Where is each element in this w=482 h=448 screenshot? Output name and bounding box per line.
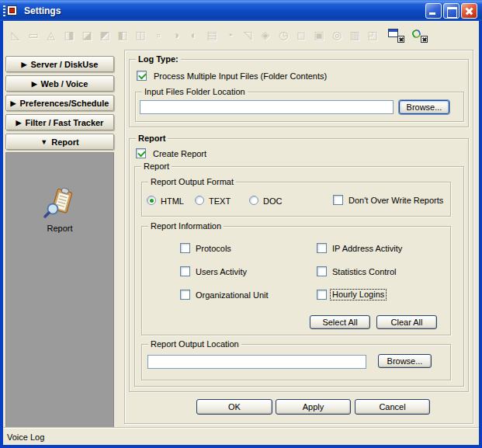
search-ftp-icon: ◫ bbox=[133, 27, 148, 43]
refresh-icon: ◔ bbox=[222, 27, 238, 43]
building-icon: ◰ bbox=[365, 27, 380, 43]
report-group-title: Report bbox=[136, 134, 168, 143]
app-icon bbox=[6, 5, 19, 17]
status-text: Voice Log bbox=[7, 432, 44, 442]
sidebar-item-server-diskuse[interactable]: ▶ Server / DiskUse bbox=[5, 56, 114, 72]
fb-icon: ▫ bbox=[151, 27, 166, 43]
output-location-browse-button[interactable]: Browse... bbox=[378, 354, 432, 368]
chevron-right-icon: ▶ bbox=[22, 61, 27, 68]
monitor-icon: ▭ bbox=[26, 27, 41, 43]
report-shortcut[interactable]: Report bbox=[6, 187, 113, 233]
doc-radio[interactable] bbox=[249, 196, 258, 205]
app-icon-red-square bbox=[9, 8, 15, 13]
bar-chart-icon: ◻ bbox=[293, 27, 309, 43]
minimize-button[interactable] bbox=[425, 3, 442, 19]
report-inner-group-title: Report bbox=[141, 161, 172, 171]
titlebar: Settings bbox=[0, 0, 482, 21]
create-report-checkbox[interactable] bbox=[136, 148, 146, 158]
chevron-right-icon: ▶ bbox=[11, 99, 16, 107]
edit-icon: ◺ bbox=[8, 27, 23, 43]
search-host-icon: ◬ bbox=[43, 27, 59, 43]
output-location-field[interactable] bbox=[147, 355, 366, 369]
close-window-icon[interactable] bbox=[387, 27, 404, 43]
process-multiple-label: Process Multiple Input Files (Folder Con… bbox=[154, 71, 327, 82]
search-email-icon: ◩ bbox=[97, 27, 113, 43]
create-report-label: Create Report bbox=[153, 149, 206, 159]
doc-radio-label: DOC bbox=[263, 196, 282, 207]
select-all-button[interactable]: Select All bbox=[310, 315, 370, 329]
output-format-group-title: Report Output Format bbox=[148, 177, 236, 186]
maximize-button[interactable] bbox=[443, 3, 459, 19]
hourly-logins-label: Hourly Logins bbox=[331, 290, 386, 300]
dont-overwrite-checkbox[interactable] bbox=[333, 195, 343, 205]
html-radio-label: HTML bbox=[161, 196, 184, 207]
organizational-unit-checkbox[interactable] bbox=[180, 290, 190, 300]
hourly-logins-checkbox[interactable] bbox=[317, 290, 327, 300]
sidebar-item-report[interactable]: ▼ Report bbox=[5, 134, 114, 150]
input-folder-group-title: Input Files Folder Location bbox=[142, 87, 248, 96]
sidebar-item-label: Web / Voice bbox=[41, 79, 88, 89]
close-badge-icon bbox=[421, 36, 428, 43]
ok-button[interactable]: OK bbox=[196, 399, 272, 415]
protocols-label: Protocols bbox=[196, 244, 231, 254]
text-radio-label: TEXT bbox=[209, 196, 231, 207]
sidebar-item-filter-fast-tracker[interactable]: ▶ Filter / Fast Tracker bbox=[5, 114, 114, 130]
input-folder-browse-button[interactable]: Browse... bbox=[399, 100, 449, 114]
users-activity-checkbox[interactable] bbox=[180, 266, 190, 276]
status-bar: Voice Log bbox=[3, 428, 479, 445]
window-controls bbox=[425, 3, 477, 19]
search-file-icon: ◨ bbox=[61, 27, 77, 43]
window-title: Settings bbox=[24, 5, 61, 16]
html-radio[interactable] bbox=[147, 196, 156, 205]
log-type-group-title: Log Type: bbox=[136, 54, 181, 64]
chevron-right-icon: ▶ bbox=[16, 119, 22, 127]
statistics-control-checkbox[interactable] bbox=[317, 266, 327, 276]
sidebar-item-preferences-schedule[interactable]: ▶ Preferences/Schedule bbox=[5, 95, 114, 111]
search-news-icon: ◧ bbox=[115, 27, 130, 43]
toolbar: ◺ ▭ ◬ ◨ ◪ ◩ ◧ ◫ ▫ ◑ ◐ ▤ ◔ ◹ ◈ ◷ ◻ ▣ ◎ ▥ … bbox=[3, 21, 479, 47]
text-radio[interactable] bbox=[195, 196, 204, 205]
sidebar-panel: Report bbox=[5, 152, 114, 428]
cancel-button[interactable]: Cancel bbox=[355, 399, 430, 415]
settings-window: Settings ◺ ▭ ◬ ◨ ◪ ◩ ◧ ◫ ▫ ◑ ◐ ▤ ◔ ◹ ◈ ◷… bbox=[0, 0, 482, 448]
report-shortcut-label: Report bbox=[6, 224, 113, 233]
statistics-control-label: Statistics Control bbox=[332, 267, 397, 277]
report-information-group-title: Report Information bbox=[148, 221, 224, 231]
process-multiple-checkbox[interactable] bbox=[137, 71, 147, 81]
search-ip-icon: ◪ bbox=[79, 27, 95, 43]
sidebar-item-web-voice[interactable]: ▶ Web / Voice bbox=[5, 75, 114, 92]
app-icon-dots bbox=[3, 5, 5, 16]
ip-address-activity-label: IP Address Activity bbox=[332, 244, 402, 254]
trend-icon: ◹ bbox=[240, 27, 255, 43]
history-icon: ◷ bbox=[276, 27, 291, 43]
dont-overwrite-label: Don't Over Write Reports bbox=[348, 196, 443, 206]
report-doc-icon: ▥ bbox=[347, 27, 362, 43]
sync-icon: ◎ bbox=[329, 27, 345, 43]
apply-button[interactable]: Apply bbox=[276, 399, 351, 415]
output-location-group-title: Report Output Location bbox=[148, 339, 241, 349]
chevron-down-icon: ▼ bbox=[40, 138, 47, 146]
input-folder-field[interactable] bbox=[140, 100, 394, 114]
ip-address-activity-checkbox[interactable] bbox=[317, 243, 327, 253]
search-f-icon: ◑ bbox=[168, 27, 184, 43]
organizational-unit-label: Organizational Unit bbox=[196, 290, 269, 300]
sidebar-item-label: Report bbox=[51, 137, 78, 147]
close-badge-icon bbox=[397, 36, 404, 43]
search-l-icon: ◐ bbox=[186, 27, 202, 43]
sidebar-item-label: Server / DiskUse bbox=[31, 60, 99, 69]
clear-all-button[interactable]: Clear All bbox=[376, 315, 437, 329]
protocols-checkbox[interactable] bbox=[180, 243, 190, 253]
close-app-icon[interactable] bbox=[411, 27, 428, 43]
chevron-right-icon: ▶ bbox=[32, 80, 37, 88]
sidebar-item-label: Filter / Fast Tracker bbox=[26, 118, 104, 127]
users-activity-label: Users Activity bbox=[196, 267, 247, 277]
close-button[interactable] bbox=[461, 3, 477, 19]
sidebar-item-label: Preferences/Schedule bbox=[19, 99, 109, 108]
window-icon: ▣ bbox=[311, 27, 327, 43]
report-clipboard-icon bbox=[43, 187, 77, 220]
document-icon: ▤ bbox=[204, 27, 220, 43]
links-icon: ◈ bbox=[258, 27, 273, 43]
